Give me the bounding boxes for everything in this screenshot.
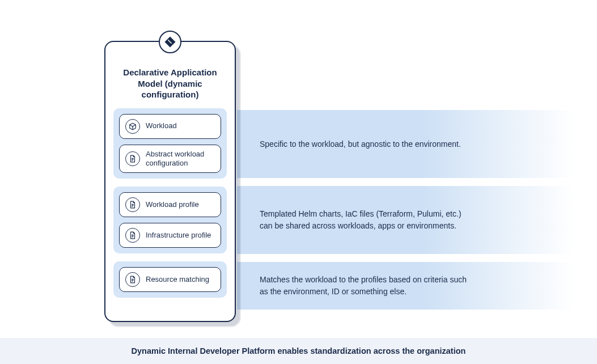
group-description-text: Specific to the workload, but agnostic t… [260,138,461,150]
group-description-text: Matches the workload to the profiles bas… [260,274,475,298]
group-1: Workload Abstract workload configuration [113,108,227,179]
group-description-1: Specific to the workload, but agnostic t… [237,110,574,178]
document-icon [125,151,140,166]
group-description-3: Matches the workload to the profiles bas… [237,262,574,310]
git-icon [159,31,181,53]
document-icon [125,272,140,287]
pill-label: Resource matching [146,275,209,284]
pill-label: Abstract workload configuration [146,150,215,168]
caption-text: Dynamic Internal Developer Platform enab… [132,346,466,355]
pill-label: Infrastructure profile [146,231,211,240]
pill-workload-profile: Workload profile [119,192,221,217]
document-icon [125,197,140,212]
pill-infrastructure-profile: Infrastructure profile [119,223,221,248]
pill-label: Workload [146,121,177,130]
pill-workload: Workload [119,114,221,139]
document-icon [125,228,140,243]
card-groups: Workload Abstract workload configuration [113,108,227,298]
caption-bar: Dynamic Internal Developer Platform enab… [0,338,597,364]
group-description-2: Templated Helm charts, IaC files (Terraf… [237,186,574,254]
pill-label: Workload profile [146,200,199,209]
model-card: Declarative Application Model (dynamic c… [104,41,236,322]
cube-icon [125,119,140,134]
group-3: Resource matching [113,261,227,298]
group-description-text: Templated Helm charts, IaC files (Terraf… [260,208,475,232]
card-title: Declarative Application Model (dynamic c… [113,67,227,108]
diagram-canvas: Specific to the workload, but agnostic t… [0,0,597,364]
pill-abstract-config: Abstract workload configuration [119,145,221,173]
group-2: Workload profile Infrastructure profile [113,187,227,253]
pill-resource-matching: Resource matching [119,267,221,292]
